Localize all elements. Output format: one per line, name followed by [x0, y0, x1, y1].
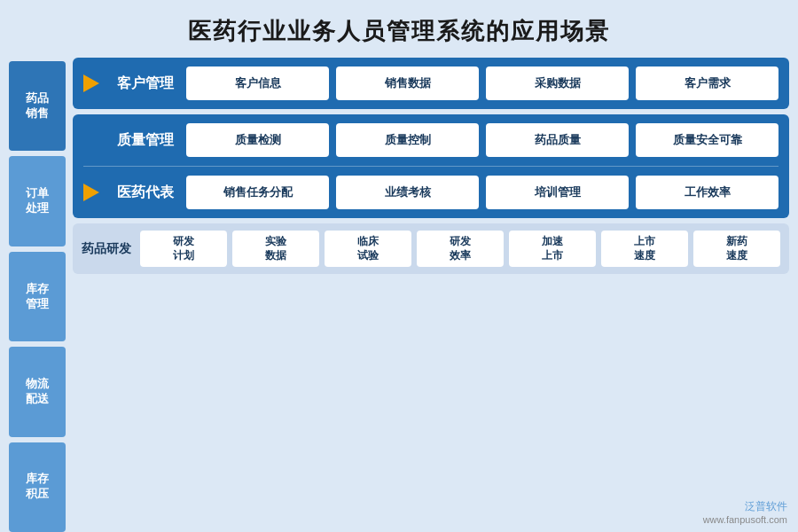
- arrow-yiyao-daibiao: [83, 184, 99, 201]
- watermark-logo: 泛普软件: [703, 499, 787, 514]
- bottom-cards: 研发 计划实验 数据临床 试验研发 效率加速 上市上市 速度新药 速度: [140, 231, 780, 267]
- cards-zhiliang-guanli: 质量检测质量控制药品质量质量安全可靠: [186, 123, 778, 157]
- bottom-card-3[interactable]: 研发 效率: [417, 231, 504, 267]
- bottom-section: 药品研发 研发 计划实验 数据临床 试验研发 效率加速 上市上市 速度新药 速度: [73, 223, 789, 274]
- content-area: 药品 销售订单 处理库存 管理物流 配送库存 积压 客户管理客户信息销售数据采购…: [0, 58, 798, 532]
- sidebar-item-yaopin-xiaoshou[interactable]: 药品 销售: [9, 61, 66, 151]
- card-yiyao-daibiao-0[interactable]: 销售任务分配: [186, 176, 329, 209]
- section-label-yiyao-daibiao: 医药代表: [117, 184, 177, 202]
- card-kehu-guanli-0[interactable]: 客户信息: [186, 66, 329, 100]
- sidebar-item-wuliu-peisong[interactable]: 物流 配送: [9, 347, 66, 436]
- bottom-card-1[interactable]: 实验 数据: [232, 231, 319, 267]
- card-kehu-guanli-2[interactable]: 采购数据: [486, 66, 629, 100]
- sidebar-item-kucun-jiya[interactable]: 库存 积压: [9, 442, 66, 532]
- card-yiyao-daibiao-1[interactable]: 业绩考核: [336, 176, 479, 209]
- main-container: 医药行业业务人员管理系统的应用场景 药品 销售订单 处理库存 管理物流 配送库存…: [0, 0, 798, 532]
- bottom-card-2[interactable]: 临床 试验: [325, 231, 411, 267]
- card-zhiliang-guanli-2[interactable]: 药品质量: [486, 123, 629, 157]
- bottom-label: 药品研发: [82, 241, 133, 257]
- cards-yiyao-daibiao: 销售任务分配业绩考核培训管理工作效率: [186, 176, 778, 209]
- panel-combined: 质量管理质量检测质量控制药品质量质量安全可靠医药代表销售任务分配业绩考核培训管理…: [73, 114, 789, 218]
- bottom-card-4[interactable]: 加速 上市: [509, 231, 596, 267]
- card-kehu-guanli-1[interactable]: 销售数据: [336, 66, 479, 100]
- watermark-url: www.fanpusoft.com: [703, 514, 787, 525]
- section-label-kehu-guanli: 客户管理: [117, 74, 177, 93]
- card-zhiliang-guanli-3[interactable]: 质量安全可靠: [636, 123, 778, 157]
- card-yiyao-daibiao-3[interactable]: 工作效率: [636, 176, 778, 209]
- section-label-zhiliang-guanli: 质量管理: [117, 131, 177, 150]
- page-title: 医药行业业务人员管理系统的应用场景: [188, 0, 610, 58]
- panel-kehu-guanli: 客户管理客户信息销售数据采购数据客户需求: [73, 58, 789, 109]
- card-kehu-guanli-3[interactable]: 客户需求: [636, 66, 778, 100]
- right-area: 客户管理客户信息销售数据采购数据客户需求质量管理质量检测质量控制药品质量质量安全…: [73, 58, 789, 532]
- bottom-card-5[interactable]: 上市 速度: [601, 231, 688, 267]
- sidebar-item-dingdan-chuli[interactable]: 订单 处理: [9, 156, 66, 246]
- sidebar: 药品 销售订单 处理库存 管理物流 配送库存 积压: [9, 58, 66, 532]
- cards-kehu-guanli: 客户信息销售数据采购数据客户需求: [186, 66, 778, 100]
- card-zhiliang-guanli-0[interactable]: 质量检测: [186, 123, 329, 157]
- arrow-kehu-guanli: [83, 74, 99, 92]
- card-yiyao-daibiao-2[interactable]: 培训管理: [486, 176, 629, 209]
- sidebar-item-kucun-guanli[interactable]: 库存 管理: [9, 252, 66, 341]
- bottom-card-0[interactable]: 研发 计划: [140, 231, 227, 267]
- card-zhiliang-guanli-1[interactable]: 质量控制: [336, 123, 479, 157]
- bottom-card-6[interactable]: 新药 速度: [693, 231, 780, 267]
- watermark: 泛普软件 www.fanpusoft.com: [703, 499, 787, 525]
